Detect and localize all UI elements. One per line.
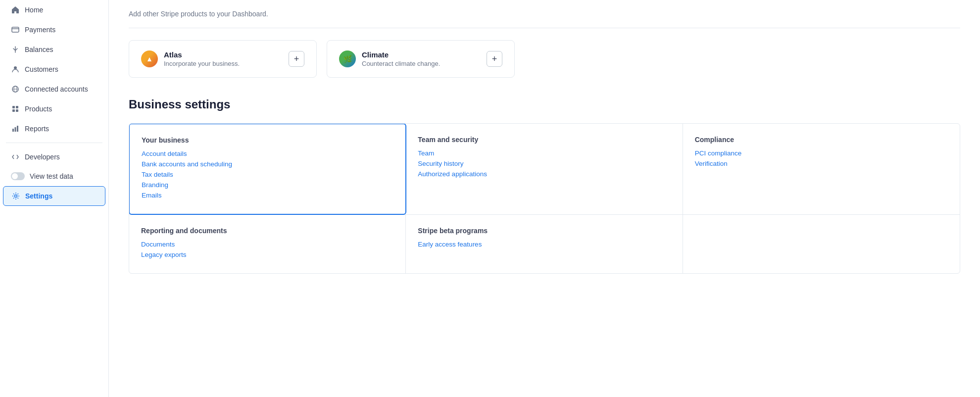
sidebar-label-settings: Settings [25,192,52,200]
your-business-title: Your business [142,136,393,144]
bank-accounts-link[interactable]: Bank accounts and scheduling [142,160,393,168]
svg-point-2 [14,66,17,69]
product-cards: ▲ Atlas Incorporate your business. + 🌿 C… [129,40,960,78]
sidebar-item-settings[interactable]: Settings [3,186,105,206]
atlas-info: Atlas Incorporate your business. [164,50,240,67]
sidebar-label-connected-accounts: Connected accounts [25,85,88,93]
sidebar-label-payments: Payments [25,26,55,34]
reporting-docs-cell: Reporting and documents Documents Legacy… [129,215,406,273]
svg-rect-12 [17,126,18,132]
verification-link[interactable]: Verification [695,160,948,167]
atlas-card-left: ▲ Atlas Incorporate your business. [141,50,240,67]
documents-link[interactable]: Documents [141,241,393,248]
climate-desc: Counteract climate change. [362,60,440,67]
settings-icon [11,192,20,200]
svg-rect-7 [16,106,18,108]
your-business-cell: Your business Account details Bank accou… [129,123,406,215]
balances-icon [11,45,20,54]
stripe-beta-cell: Stripe beta programs Early access featur… [406,215,683,273]
connected-accounts-icon [11,85,20,94]
top-description: Add other Stripe products to your Dashbo… [129,0,960,28]
sidebar-label-reports: Reports [25,125,49,133]
team-link[interactable]: Team [418,149,670,157]
team-security-title: Team and security [418,136,670,144]
sidebar-divider [6,143,102,143]
sidebar-item-products[interactable]: Products [3,99,105,118]
toggle-track[interactable] [11,172,25,180]
sidebar-label-balances: Balances [25,46,53,53]
svg-rect-6 [12,106,15,108]
svg-point-13 [15,195,17,198]
svg-rect-11 [15,127,16,132]
svg-rect-0 [12,27,19,32]
authorized-apps-link[interactable]: Authorized applications [418,170,670,178]
developers-icon [11,152,20,161]
compliance-title: Compliance [695,136,948,144]
sidebar-item-connected-accounts[interactable]: Connected accounts [3,80,105,99]
sidebar-item-home[interactable]: Home [3,0,105,19]
climate-icon: 🌿 [339,50,356,67]
products-icon [11,104,20,113]
main-content: Add other Stripe products to your Dashbo… [109,0,980,397]
view-test-data-toggle[interactable]: View test data [3,167,105,185]
climate-card: 🌿 Climate Counteract climate change. + [327,40,515,78]
home-icon [11,5,20,14]
compliance-cell: Compliance PCI compliance Verification [683,124,960,214]
payments-icon [11,25,20,34]
sidebar-label-customers: Customers [25,65,58,73]
business-settings-title: Business settings [129,98,960,111]
team-security-cell: Team and security Team Security history … [406,124,683,214]
climate-card-left: 🌿 Climate Counteract climate change. [339,50,440,67]
reporting-docs-title: Reporting and documents [141,227,393,235]
sidebar-item-reports[interactable]: Reports [3,119,105,138]
pci-compliance-link[interactable]: PCI compliance [695,149,948,157]
sidebar: Home Payments Balances Customers Connect… [0,0,109,397]
customers-icon [11,65,20,74]
early-access-link[interactable]: Early access features [418,241,670,248]
sidebar-item-developers[interactable]: Developers [3,148,105,166]
svg-rect-10 [12,129,14,132]
sidebar-item-balances[interactable]: Balances [3,40,105,59]
toggle-thumb [12,173,18,179]
sidebar-item-payments[interactable]: Payments [3,20,105,39]
settings-grid: Your business Account details Bank accou… [129,123,960,274]
atlas-desc: Incorporate your business. [164,60,240,67]
svg-rect-9 [16,109,18,112]
security-history-link[interactable]: Security history [418,160,670,167]
branding-link[interactable]: Branding [142,181,393,189]
reports-icon [11,124,20,133]
toggle-label: View test data [30,172,73,180]
climate-add-button[interactable]: + [487,51,502,67]
climate-name: Climate [362,50,440,59]
sidebar-label-developers: Developers [25,153,60,161]
sidebar-item-customers[interactable]: Customers [3,60,105,79]
climate-info: Climate Counteract climate change. [362,50,440,67]
empty-cell [683,215,960,273]
atlas-add-button[interactable]: + [289,51,304,67]
atlas-icon: ▲ [141,50,158,67]
emails-link[interactable]: Emails [142,192,393,199]
legacy-exports-link[interactable]: Legacy exports [141,251,393,258]
sidebar-label-products: Products [25,105,52,113]
account-details-link[interactable]: Account details [142,150,393,157]
atlas-card: ▲ Atlas Incorporate your business. + [129,40,317,78]
stripe-beta-title: Stripe beta programs [418,227,670,235]
tax-details-link[interactable]: Tax details [142,171,393,178]
svg-rect-8 [12,109,15,112]
atlas-name: Atlas [164,50,240,59]
sidebar-label-home: Home [25,6,43,14]
